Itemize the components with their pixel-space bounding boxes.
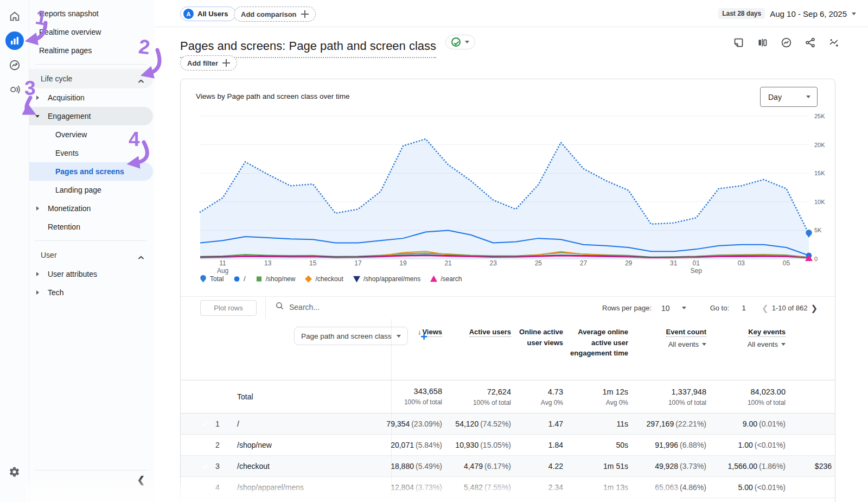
svg-text:15: 15 xyxy=(309,259,317,267)
nav-tech[interactable]: Tech xyxy=(29,283,153,302)
circle-marker-icon xyxy=(233,275,241,283)
expander-right-icon[interactable] xyxy=(36,96,39,100)
legend-item[interactable]: /shop/new xyxy=(255,275,296,283)
nav-events[interactable]: Events xyxy=(29,144,153,162)
table-row[interactable]: 1 / 79,354(23.09%) 54,120(74.52%) 1.47 1… xyxy=(181,414,835,435)
nav-realtime-pages[interactable]: Realtime pages xyxy=(29,41,153,60)
col-header-key-events[interactable]: Key events All events xyxy=(711,319,790,380)
home-icon[interactable] xyxy=(8,9,22,23)
chevron-up-icon[interactable] xyxy=(138,253,144,262)
svg-text:11: 11 xyxy=(219,259,226,267)
goto-page-input[interactable] xyxy=(737,304,751,312)
legend-item[interactable]: /shop/apparel/mens xyxy=(353,275,420,283)
insights-circle-icon[interactable] xyxy=(781,37,792,50)
chevron-up-icon[interactable] xyxy=(138,77,144,85)
nav-realtime-overview[interactable]: Realtime overview xyxy=(29,23,153,41)
share-icon[interactable] xyxy=(805,37,816,50)
legend-label: /shop/new xyxy=(266,275,296,283)
views-over-time-chart[interactable]: 05K10K15K20K25K11Aug13151719212325272931… xyxy=(181,112,836,275)
key-event-filter-select[interactable]: All events xyxy=(711,339,786,350)
nav-overview[interactable]: Overview xyxy=(29,125,153,144)
date-range-picker[interactable]: Last 28 days Aug 10 - Sep 6, 2025 xyxy=(718,8,856,19)
goto-label: Go to: xyxy=(710,304,729,312)
expander-right-icon[interactable] xyxy=(36,290,39,295)
svg-text:17: 17 xyxy=(354,259,362,267)
table-row[interactable]: 4 /shop/apparel/mens 12,804(3.73%) 5,482… xyxy=(181,477,835,498)
expander-right-icon[interactable] xyxy=(36,272,39,276)
chart-legend: Total//shop/new/checkout/shop/apparel/me… xyxy=(199,275,462,283)
note-icon[interactable] xyxy=(733,37,744,50)
nav-reports-snapshot[interactable]: Reports snapshot xyxy=(29,4,153,23)
check-circle-icon xyxy=(451,37,461,47)
caret-down-icon xyxy=(781,343,786,346)
reports-icon[interactable] xyxy=(5,31,24,50)
data-quality-badge[interactable] xyxy=(445,35,475,49)
add-filter-button[interactable]: Add filter xyxy=(180,55,237,71)
main-content: A All Users Add comparison Last 28 days … xyxy=(155,0,868,502)
legend-label: /shop/apparel/mens xyxy=(363,275,420,283)
gear-icon[interactable] xyxy=(8,465,22,479)
next-page-icon[interactable]: ❯ xyxy=(807,303,821,313)
svg-text:21: 21 xyxy=(444,259,452,267)
expander-right-icon[interactable] xyxy=(36,206,39,211)
col-header-online-active-user-views[interactable]: Online active user views xyxy=(515,319,567,380)
comparison-bar: A All Users Add comparison Last 28 days … xyxy=(155,0,868,27)
pin-marker-icon xyxy=(199,275,207,283)
svg-text:05: 05 xyxy=(783,259,790,267)
insights-sparkle-icon[interactable] xyxy=(828,37,840,50)
table-row[interactable]: 3 /checkout 18,880(5.49%) 4,479(6.17%) 4… xyxy=(181,456,835,477)
prev-page-icon[interactable]: ❮ xyxy=(758,303,772,313)
granularity-select[interactable]: Day xyxy=(760,87,818,107)
legend-item[interactable]: /checkout xyxy=(304,275,343,283)
nav-acquisition[interactable]: Acquisition xyxy=(29,88,153,107)
expander-down-icon[interactable] xyxy=(35,115,40,118)
legend-label: /checkout xyxy=(315,275,343,283)
col-header-event-count[interactable]: Event count All events xyxy=(633,319,711,380)
table-total-row: Total 343,658100% of total 72,624100% of… xyxy=(181,380,835,414)
search-icon xyxy=(275,301,284,313)
legend-item[interactable]: / xyxy=(233,275,245,283)
caret-down-icon xyxy=(465,41,469,43)
plot-rows-button[interactable]: Plot rows xyxy=(200,300,257,316)
col-header-active-users[interactable]: Active users xyxy=(446,319,515,380)
legend-item[interactable]: Total xyxy=(199,275,224,283)
nav-monetization[interactable]: Monetization xyxy=(29,199,153,218)
add-comparison-button[interactable]: Add comparison xyxy=(234,7,316,22)
caret-down-icon xyxy=(852,12,856,15)
nav-section-life-cycle[interactable]: Life cycle xyxy=(29,69,153,88)
svg-text:Sep: Sep xyxy=(691,267,703,275)
caret-down-icon xyxy=(806,96,810,98)
page-path-cell: / xyxy=(237,420,391,428)
ab-compare-icon[interactable] xyxy=(757,37,768,50)
table-row[interactable]: 2 /shop/new 20,071(5.84%) 10,930(15.05%)… xyxy=(181,435,835,456)
caret-down-icon[interactable] xyxy=(682,307,686,309)
svg-text:15K: 15K xyxy=(814,170,825,176)
svg-text:01: 01 xyxy=(693,259,700,267)
nav-footer: ❮ xyxy=(29,470,155,486)
nav-section-user[interactable]: User xyxy=(29,245,153,265)
nav-divider xyxy=(35,470,147,471)
explore-icon[interactable] xyxy=(8,58,22,72)
square-marker-icon xyxy=(255,275,263,283)
triangle-down-marker-icon xyxy=(353,275,361,283)
nav-retention[interactable]: Retention xyxy=(29,218,153,236)
rows-per-page-value[interactable]: 10 xyxy=(661,304,670,313)
total-label: Total xyxy=(237,392,391,401)
col-header-avg-engagement-time[interactable]: Average online active user engagement ti… xyxy=(567,319,633,380)
page-path-cell: /shop/new xyxy=(237,441,391,449)
legend-item[interactable]: /search xyxy=(430,275,462,283)
caret-down-icon xyxy=(397,335,401,338)
nav-user-attributes[interactable]: User attributes xyxy=(29,265,153,283)
nav-pages-and-screens[interactable]: Pages and screens xyxy=(29,162,153,181)
collapse-nav-icon[interactable]: ❮ xyxy=(137,474,145,486)
nav-engagement[interactable]: Engagement xyxy=(29,107,153,125)
report-header: Pages and screens: Page path and screen … xyxy=(180,35,868,54)
event-filter-select[interactable]: All events xyxy=(633,339,706,350)
advertising-icon[interactable] xyxy=(8,82,22,97)
all-users-chip[interactable]: A All Users xyxy=(180,7,236,21)
add-metric-icon[interactable]: + xyxy=(420,330,427,344)
report-actions xyxy=(733,37,840,50)
search-input[interactable] xyxy=(289,303,409,312)
nav-landing-page[interactable]: Landing page xyxy=(29,181,153,199)
dimension-select[interactable]: Page path and screen class xyxy=(294,327,408,345)
